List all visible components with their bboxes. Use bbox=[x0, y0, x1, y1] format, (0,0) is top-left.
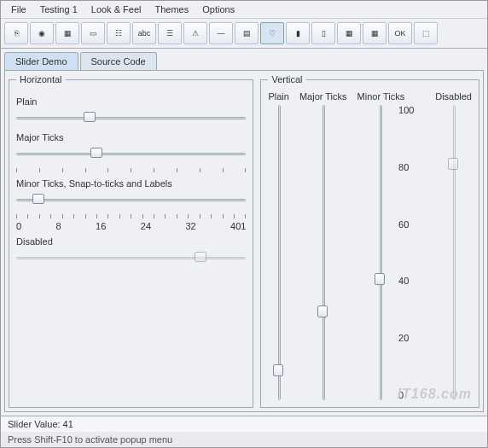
horizontal-slider-0[interactable] bbox=[16, 110, 246, 125]
tab-strip: Slider DemoSource Code bbox=[1, 49, 487, 70]
slider-thumb[interactable] bbox=[90, 148, 102, 158]
horizontal-group: Horizontal PlainMajor TicksMinor Ticks, … bbox=[9, 74, 253, 408]
slider-label: Minor Ticks, Snap-to-ticks and Labels bbox=[16, 178, 246, 189]
vertical-slider-1[interactable] bbox=[316, 105, 331, 400]
status-bar: Slider Value: 41 bbox=[1, 416, 487, 432]
toolbar-button-12[interactable]: ▯ bbox=[311, 22, 335, 44]
vertical-slider-2[interactable]: 100806040200 bbox=[373, 105, 388, 400]
toolbar-button-16[interactable]: ⬚ bbox=[414, 22, 438, 44]
toolbar-button-0[interactable]: ⎘ bbox=[4, 22, 28, 44]
slider-thumb[interactable] bbox=[84, 112, 96, 122]
watermark: IT168.com bbox=[398, 387, 472, 402]
toolbar-button-7[interactable]: ⚠ bbox=[183, 22, 207, 44]
horizontal-slider-1[interactable] bbox=[16, 146, 246, 161]
toolbar-button-6[interactable]: ☰ bbox=[158, 22, 182, 44]
slider-thumb[interactable] bbox=[32, 194, 44, 204]
slider-thumb[interactable] bbox=[375, 273, 385, 285]
tab-slider-demo[interactable]: Slider Demo bbox=[4, 52, 78, 70]
horizontal-slider-2[interactable] bbox=[16, 192, 246, 207]
vcol-label: Disabled bbox=[435, 91, 472, 102]
toolbar-button-1[interactable]: ◉ bbox=[30, 22, 54, 44]
toolbar-button-4[interactable]: ☷ bbox=[107, 22, 131, 44]
menubar: FileTesting 1Look & FeelThemesOptions bbox=[1, 1, 487, 19]
horizontal-slider-3 bbox=[16, 250, 246, 265]
slider-label: Plain bbox=[16, 96, 246, 107]
toolbar-button-3[interactable]: ▭ bbox=[81, 22, 105, 44]
slider-thumb bbox=[195, 252, 206, 262]
slider-thumb[interactable] bbox=[317, 305, 328, 317]
menu-themes[interactable]: Themes bbox=[148, 3, 195, 16]
vertical-slider-3 bbox=[446, 105, 462, 400]
vertical-group: Vertical PlainMajor TicksMinor Ticks1008… bbox=[260, 74, 479, 408]
menu-testing-1[interactable]: Testing 1 bbox=[33, 3, 84, 16]
tab-source-code[interactable]: Source Code bbox=[80, 52, 157, 70]
footer-hint: Press Shift-F10 to activate popup menu bbox=[1, 432, 487, 447]
vcol-label: Plain bbox=[268, 91, 288, 102]
slider-label: Disabled bbox=[16, 236, 246, 247]
menu-look-feel[interactable]: Look & Feel bbox=[84, 3, 148, 16]
toolbar-button-2[interactable]: ▦ bbox=[55, 22, 79, 44]
toolbar-button-10[interactable]: ♡ bbox=[260, 22, 284, 44]
vertical-legend: Vertical bbox=[268, 74, 305, 84]
toolbar-button-11[interactable]: ▮ bbox=[286, 22, 310, 44]
toolbar-button-14[interactable]: ▦ bbox=[363, 22, 386, 44]
toolbar-button-9[interactable]: ▤ bbox=[235, 22, 259, 44]
menu-options[interactable]: Options bbox=[195, 3, 241, 16]
vcol-label: Minor Ticks bbox=[357, 91, 405, 102]
toolbar-button-8[interactable]: — bbox=[209, 22, 233, 44]
toolbar-button-5[interactable]: abc bbox=[132, 22, 156, 44]
toolbar-button-15[interactable]: OK bbox=[388, 22, 412, 44]
content-area: Horizontal PlainMajor TicksMinor Ticks, … bbox=[4, 70, 484, 412]
slider-thumb[interactable] bbox=[273, 364, 283, 376]
slider-label: Major Ticks bbox=[16, 132, 246, 143]
toolbar: ⎘◉▦▭☷abc☰⚠—▤♡▮▯▦▦OK⬚ bbox=[1, 19, 487, 49]
vertical-slider-0[interactable] bbox=[271, 105, 287, 400]
toolbar-button-13[interactable]: ▦ bbox=[337, 22, 361, 44]
horizontal-legend: Horizontal bbox=[16, 74, 66, 84]
menu-file[interactable]: File bbox=[4, 3, 33, 16]
vcol-label: Major Ticks bbox=[299, 91, 347, 102]
slider-thumb bbox=[448, 158, 458, 170]
